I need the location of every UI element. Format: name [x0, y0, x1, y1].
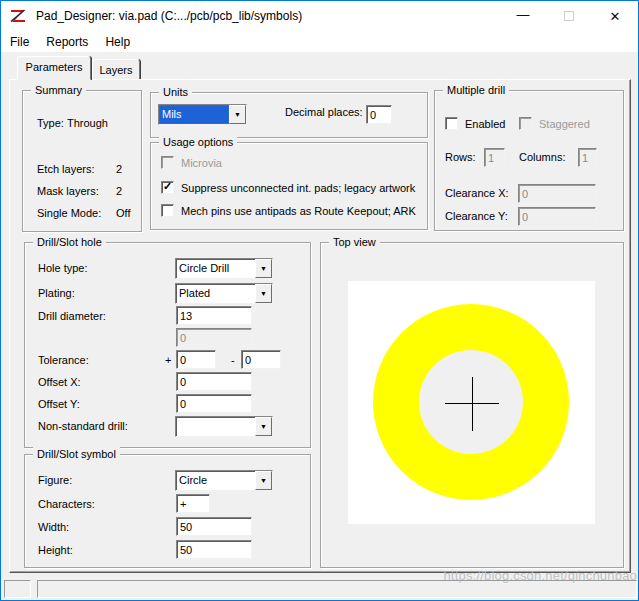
decimal-places-input[interactable] [366, 105, 392, 124]
non-standard-drill-value [176, 417, 255, 436]
plating-label: Plating: [38, 287, 75, 299]
multiple-drill-group: Multiple drill Enabled Staggered Rows: C… [434, 90, 624, 231]
drill-hole-circle [419, 350, 523, 454]
offset-x-label: Offset X: [38, 376, 81, 388]
plating-dropdown[interactable]: Plated ▼ [175, 283, 273, 304]
minimize-button[interactable]: ― [500, 1, 546, 31]
staggered-label: Staggered [539, 118, 590, 130]
characters-label: Characters: [38, 498, 95, 510]
chevron-down-icon[interactable]: ▼ [229, 105, 246, 124]
clearance-x-input [518, 184, 596, 203]
enabled-checkbox[interactable] [445, 117, 458, 130]
drill-diameter-label: Drill diameter: [38, 310, 106, 322]
watermark-text: https://blog.csdn.net/qinchunbao [443, 568, 637, 583]
microvia-checkbox [161, 156, 174, 169]
figure-dropdown[interactable]: Circle ▼ [175, 470, 273, 491]
hole-type-dropdown[interactable]: Circle Drill ▼ [175, 258, 273, 279]
clearance-x-label: Clearance X: [445, 187, 509, 199]
parameters-page: Summary Type: Through Etch layers: 2 Mas… [9, 79, 631, 573]
type-value: Through [67, 117, 108, 129]
enabled-label: Enabled [465, 118, 505, 130]
mask-layers-label: Mask layers: [37, 185, 116, 197]
chevron-down-icon[interactable]: ▼ [255, 417, 272, 436]
height-label: Height: [38, 544, 73, 556]
units-group-title: Units [159, 85, 192, 99]
drill-diameter-input[interactable] [176, 306, 252, 325]
type-label: Type: [37, 117, 67, 129]
window-controls: ― ✕ [500, 1, 638, 31]
drill-slot-hole-group: Drill/Slot hole Hole type: Circle Drill … [24, 242, 311, 448]
single-mode-label: Single Mode: [37, 207, 116, 219]
offset-x-input[interactable] [176, 372, 252, 391]
microvia-label: Microvia [181, 157, 222, 169]
tab-layers[interactable]: Layers [92, 59, 140, 80]
staggered-checkbox [519, 117, 532, 130]
columns-label: Columns: [519, 151, 565, 163]
hole-type-value: Circle Drill [176, 259, 255, 278]
figure-value: Circle [176, 471, 255, 490]
tolerance-label: Tolerance: [38, 354, 89, 366]
suppress-unconnected-label: Suppress unconnected int. pads; legacy a… [181, 182, 415, 194]
units-selected-value: Mils [159, 105, 229, 124]
status-cell-small [4, 580, 31, 598]
etch-layers-label: Etch layers: [37, 163, 116, 175]
window-title: Pad_Designer: via.pad (C:.../pcb/pcb_lib… [36, 9, 302, 23]
units-dropdown[interactable]: Mils ▼ [158, 104, 247, 125]
plating-value: Plated [176, 284, 255, 303]
multiple-drill-group-title: Multiple drill [443, 83, 509, 97]
usage-options-group: Usage options Microvia Suppress unconnec… [150, 142, 428, 230]
tolerance-minus-sign: - [231, 354, 235, 366]
rows-label: Rows: [445, 151, 476, 163]
chevron-down-icon[interactable]: ▼ [255, 471, 272, 490]
single-mode-value: Off [116, 207, 130, 219]
title-bar: Pad_Designer: via.pad (C:.../pcb/pcb_lib… [1, 1, 638, 31]
tolerance-plus-sign: + [165, 354, 171, 366]
mech-pins-ark-label: Mech pins use antipads as Route Keepout;… [181, 205, 416, 217]
offset-y-label: Offset Y: [38, 398, 80, 410]
width-input[interactable] [176, 517, 252, 536]
crosshair-vertical [472, 377, 473, 431]
app-icon [10, 8, 28, 24]
clearance-y-input [518, 207, 596, 226]
columns-input [578, 148, 597, 167]
menu-help[interactable]: Help [105, 35, 130, 49]
menu-reports[interactable]: Reports [46, 35, 88, 49]
maximize-button[interactable] [546, 1, 592, 31]
summary-group-title: Summary [31, 83, 86, 97]
non-standard-drill-dropdown[interactable]: ▼ [175, 416, 273, 437]
offset-y-input[interactable] [176, 394, 252, 413]
chevron-down-icon[interactable]: ▼ [255, 259, 272, 278]
mask-layers-value: 2 [116, 185, 122, 197]
usage-options-group-title: Usage options [159, 135, 237, 149]
height-input[interactable] [176, 540, 252, 559]
width-label: Width: [38, 521, 69, 533]
menu-bar: File Reports Help [1, 31, 638, 52]
figure-label: Figure: [38, 474, 72, 486]
drill-slot-hole-group-title: Drill/Slot hole [33, 235, 106, 249]
hole-type-label: Hole type: [38, 262, 88, 274]
characters-input[interactable] [176, 494, 210, 513]
rows-input [484, 148, 505, 167]
top-view-group: Top view [320, 242, 624, 568]
suppress-unconnected-checkbox[interactable] [161, 181, 174, 194]
menu-file[interactable]: File [10, 35, 29, 49]
pad-designer-window: Pad_Designer: via.pad (C:.../pcb/pcb_lib… [0, 0, 639, 601]
drill-diameter-secondary-input [176, 328, 252, 347]
drill-slot-symbol-group: Drill/Slot symbol Figure: Circle ▼ Chara… [24, 454, 311, 568]
units-group: Units Mils ▼ Decimal places: [150, 92, 428, 138]
drill-slot-symbol-group-title: Drill/Slot symbol [33, 447, 120, 461]
close-button[interactable]: ✕ [592, 1, 638, 31]
tab-parameters[interactable]: Parameters [17, 56, 91, 80]
tolerance-plus-input[interactable] [176, 350, 216, 369]
etch-layers-value: 2 [116, 163, 122, 175]
clearance-y-label: Clearance Y: [445, 210, 508, 222]
non-standard-drill-label: Non-standard drill: [38, 420, 128, 432]
chevron-down-icon[interactable]: ▼ [255, 284, 272, 303]
summary-group: Summary Type: Through Etch layers: 2 Mas… [22, 90, 142, 232]
mech-pins-ark-checkbox[interactable] [161, 204, 174, 217]
pad-preview-canvas [348, 281, 595, 524]
decimal-places-label: Decimal places: [285, 106, 363, 118]
tolerance-minus-input[interactable] [241, 350, 281, 369]
top-view-group-title: Top view [329, 235, 380, 249]
